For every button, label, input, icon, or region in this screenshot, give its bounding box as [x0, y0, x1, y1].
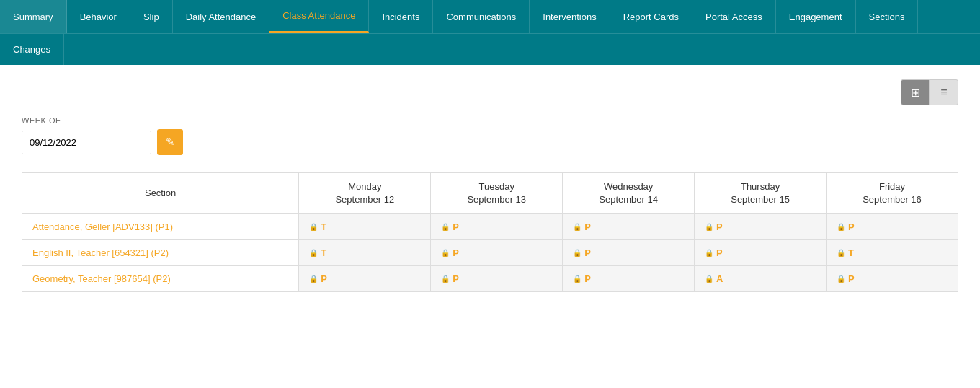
status-badge: T: [848, 247, 854, 258]
view-toggle-group: ⊞ ≡: [22, 79, 958, 105]
day-cell-1-4[interactable]: 🔒T: [827, 240, 958, 266]
day-cell-2-0[interactable]: 🔒P: [299, 266, 431, 292]
day-cell-0-3[interactable]: 🔒P: [695, 214, 827, 240]
status-badge: P: [716, 247, 723, 258]
edit-week-button[interactable]: ✎: [157, 129, 183, 155]
day-cell-2-1[interactable]: 🔒P: [431, 266, 563, 292]
lock-icon: 🔒: [441, 223, 450, 231]
status-badge: P: [848, 273, 855, 284]
week-input-row: ✎: [22, 129, 958, 155]
day-cell-2-3[interactable]: 🔒A: [695, 266, 827, 292]
status-badge: P: [584, 247, 591, 258]
day-cell-0-0[interactable]: 🔒T: [299, 214, 431, 240]
status-badge: T: [321, 247, 326, 258]
table-header-row: SectionMondaySeptember 12TuesdaySeptembe…: [22, 173, 958, 214]
table-header: SectionMondaySeptember 12TuesdaySeptembe…: [22, 173, 958, 214]
lock-icon: 🔒: [573, 223, 582, 231]
lock-icon: 🔒: [573, 249, 582, 257]
table-header-section: Section: [22, 173, 299, 214]
day-cell-1-0[interactable]: 🔒T: [299, 240, 431, 266]
table-header-day-5: FridaySeptember 16: [827, 173, 958, 214]
status-badge: A: [716, 273, 723, 284]
tab-class-attendance[interactable]: Class Attendance: [270, 0, 369, 33]
section-link-0[interactable]: Attendance, Geller [ADV133] (P1): [32, 221, 173, 232]
status-badge: P: [848, 221, 855, 232]
lock-icon: 🔒: [573, 275, 582, 283]
tab-behavior[interactable]: Behavior: [67, 0, 130, 33]
tab-interventions[interactable]: Interventions: [530, 0, 610, 33]
tab-bar-row1: SummaryBehaviorSlipDaily AttendanceClass…: [0, 0, 980, 33]
tab-incidents[interactable]: Incidents: [369, 0, 433, 33]
lock-icon: 🔒: [309, 223, 318, 231]
week-of-input[interactable]: [22, 131, 151, 154]
lock-icon: 🔒: [705, 223, 713, 231]
lock-icon: 🔒: [705, 275, 713, 283]
day-cell-2-2[interactable]: 🔒P: [563, 266, 695, 292]
day-cell-0-1[interactable]: 🔒P: [431, 214, 563, 240]
status-badge: T: [321, 221, 326, 232]
table-row: Geometry, Teacher [987654] (P2)🔒P🔒P🔒P🔒A🔒…: [22, 266, 958, 292]
table-header-day-1: MondaySeptember 12: [299, 173, 431, 214]
table-header-day-4: ThursdaySeptember 15: [695, 173, 827, 214]
lock-icon: 🔒: [441, 249, 450, 257]
tab-portal-access[interactable]: Portal Access: [692, 0, 776, 33]
list-view-button[interactable]: ≡: [930, 79, 958, 105]
table-header-day-3: WednesdaySeptember 14: [563, 173, 695, 214]
tab-communications[interactable]: Communications: [433, 0, 530, 33]
day-cell-2-4[interactable]: 🔒P: [827, 266, 958, 292]
tab-changes[interactable]: Changes: [0, 34, 64, 65]
section-cell-2: Geometry, Teacher [987654] (P2): [22, 266, 299, 292]
tab-slip[interactable]: Slip: [130, 0, 173, 33]
lock-icon: 🔒: [837, 275, 845, 283]
day-cell-1-3[interactable]: 🔒P: [695, 240, 827, 266]
lock-icon: 🔒: [309, 275, 318, 283]
table-header-day-2: TuesdaySeptember 13: [431, 173, 563, 214]
status-badge: P: [453, 273, 459, 284]
section-link-1[interactable]: English II, Teacher [654321] (P2): [32, 247, 169, 258]
grid-view-button[interactable]: ⊞: [901, 79, 930, 105]
main-content: ⊞ ≡ WEEK OF ✎ SectionMondaySeptember 12T…: [0, 65, 980, 307]
table-row: English II, Teacher [654321] (P2)🔒T🔒P🔒P🔒…: [22, 240, 958, 266]
tab-sections[interactable]: Sections: [856, 0, 919, 33]
tab-daily-attendance[interactable]: Daily Attendance: [173, 0, 270, 33]
tab-summary[interactable]: Summary: [0, 0, 67, 33]
tab-bar-row2: Changes: [0, 33, 980, 65]
lock-icon: 🔒: [837, 223, 845, 231]
section-cell-1: English II, Teacher [654321] (P2): [22, 240, 299, 266]
status-badge: P: [584, 221, 591, 232]
attendance-table: SectionMondaySeptember 12TuesdaySeptembe…: [22, 172, 958, 292]
lock-icon: 🔒: [309, 249, 318, 257]
status-badge: P: [453, 247, 459, 258]
day-cell-0-4[interactable]: 🔒P: [827, 214, 958, 240]
section-link-2[interactable]: Geometry, Teacher [987654] (P2): [32, 273, 171, 284]
status-badge: P: [453, 221, 459, 232]
lock-icon: 🔒: [441, 275, 450, 283]
lock-icon: 🔒: [837, 249, 845, 257]
lock-icon: 🔒: [705, 249, 713, 257]
week-of-label: WEEK OF: [22, 116, 958, 125]
day-cell-1-1[interactable]: 🔒P: [431, 240, 563, 266]
table-row: Attendance, Geller [ADV133] (P1)🔒T🔒P🔒P🔒P…: [22, 214, 958, 240]
section-cell-0: Attendance, Geller [ADV133] (P1): [22, 214, 299, 240]
table-body: Attendance, Geller [ADV133] (P1)🔒T🔒P🔒P🔒P…: [22, 214, 958, 292]
tab-report-cards[interactable]: Report Cards: [610, 0, 692, 33]
status-badge: P: [716, 221, 723, 232]
status-badge: P: [584, 273, 591, 284]
status-badge: P: [321, 273, 327, 284]
day-cell-1-2[interactable]: 🔒P: [563, 240, 695, 266]
tab-engagement[interactable]: Engagement: [776, 0, 856, 33]
day-cell-0-2[interactable]: 🔒P: [563, 214, 695, 240]
